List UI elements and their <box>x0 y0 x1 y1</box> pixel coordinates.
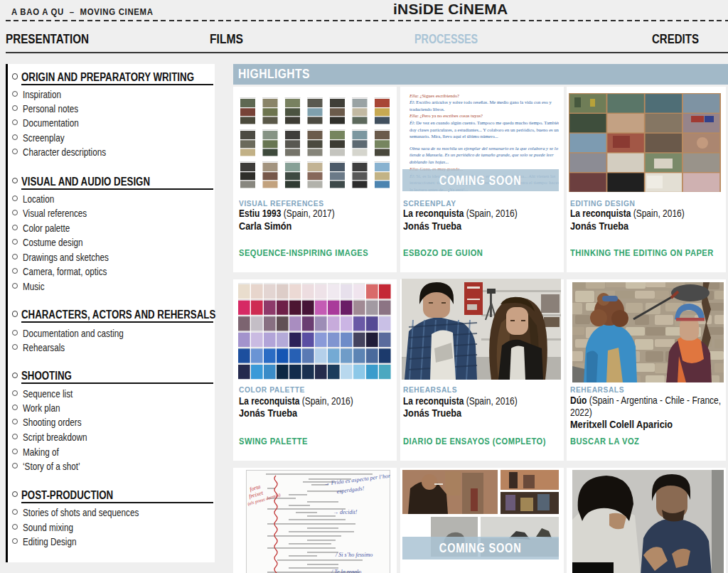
svg-text:/ Si s’ho fessimo: / Si s’ho fessimo <box>335 552 373 558</box>
svg-text:→ decidit!: → decidit! <box>333 509 358 515</box>
svg-text:/ Te la regalo: / Te la regalo <box>331 569 361 573</box>
